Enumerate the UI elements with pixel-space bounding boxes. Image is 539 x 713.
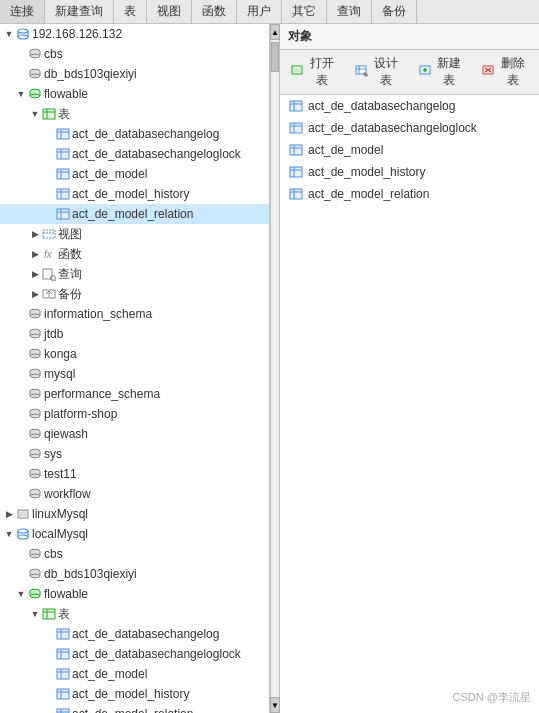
tree-item-linuxmysql[interactable]: ▶ linuxMysql [0,504,269,524]
tree-item-t3[interactable]: act_de_model [0,164,269,184]
list-item-1[interactable]: act_de_databasechangeloglock [280,117,539,139]
table-icon-t9 [56,687,70,701]
delete-table-button[interactable]: 删除表 [475,52,535,92]
tab-connect[interactable]: 连接 [0,0,45,23]
expand-icon-tables1[interactable]: ▼ [28,107,42,121]
list-item-3[interactable]: act_de_model_history [280,161,539,183]
expand-icon-info-schema [14,307,28,321]
scroll-up-button[interactable]: ▲ [270,24,280,40]
new-table-button[interactable]: 新建表 [412,52,472,92]
tree-item-t9[interactable]: act_de_model_history [0,684,269,704]
scroll-down-button[interactable]: ▼ [270,697,280,713]
scroll-thumb[interactable] [271,42,279,72]
tree-item-t7[interactable]: act_de_databasechangeloglock [0,644,269,664]
expand-icon-flowable1[interactable]: ▼ [14,87,28,101]
tree-item-tables1[interactable]: ▼ 表 [0,104,269,124]
table-icon-t4 [56,187,70,201]
jtdb-label: jtdb [44,327,63,341]
tree-item-t10[interactable]: act_de_model_relation [0,704,269,713]
tab-backup[interactable]: 备份 [372,0,417,23]
expand-icon-flowable2[interactable]: ▼ [14,587,28,601]
expand-icon-t10 [42,707,56,713]
tree-item-server1[interactable]: ▼ 192.168.126.132 [0,24,269,44]
tab-other[interactable]: 其它 [282,0,327,23]
svg-point-3 [18,35,28,39]
expand-icon-platform-shop [14,407,28,421]
expand-icon-queries1[interactable]: ▶ [28,267,42,281]
tab-query[interactable]: 查询 [327,0,372,23]
tree-item-backup1[interactable]: ▶ 备份 [0,284,269,304]
db-icon-workflow [28,487,42,501]
tree-item-funcs1[interactable]: ▶ fx 函数 [0,244,269,264]
list-item-2[interactable]: act_de_model [280,139,539,161]
t4-label: act_de_model_history [72,187,189,201]
tree-item-db2[interactable]: db_bds103qiexiyi [0,564,269,584]
tab-user[interactable]: 用户 [237,0,282,23]
tree-item-perf-schema[interactable]: performance_schema [0,384,269,404]
svg-point-72 [30,414,40,418]
workflow-label: workflow [44,487,91,501]
expand-icon-t3 [42,167,56,181]
tree-item-t4[interactable]: act_de_model_history [0,184,269,204]
list-item-label-3: act_de_model_history [308,165,425,179]
tree-item-views1[interactable]: ▶ 视图 [0,224,269,244]
db-icon-platform-shop [28,407,42,421]
svg-rect-122 [57,649,69,659]
list-item-label-2: act_de_model [308,143,383,157]
list-item-4[interactable]: act_de_model_relation [280,183,539,205]
expand-icon-tables2[interactable]: ▼ [28,607,42,621]
tree-item-queries1[interactable]: ▶ 查询 [0,264,269,284]
views1-label: 视图 [58,226,82,243]
tree-item-info-schema[interactable]: information_schema [0,304,269,324]
tree-item-t2[interactable]: act_de_databasechangeloglock [0,144,269,164]
right-toolbar: 打开表 设计表 [280,50,539,95]
tree-item-cbs1[interactable]: cbs [0,44,269,64]
server-icon [16,27,30,41]
tab-new-query[interactable]: 新建查询 [45,0,114,23]
svg-point-67 [30,394,40,398]
tab-view[interactable]: 视图 [147,0,192,23]
tree-item-mysql[interactable]: mysql [0,364,269,384]
tab-table[interactable]: 表 [114,0,147,23]
expand-icon-funcs1[interactable]: ▶ [28,247,42,261]
tree-item-konga[interactable]: konga [0,344,269,364]
design-table-button[interactable]: 设计表 [348,52,408,92]
tree-item-flowable2[interactable]: ▼ flowable [0,584,269,604]
expand-icon-db2 [14,567,28,581]
svg-rect-116 [43,609,55,619]
svg-point-62 [30,374,40,378]
expand-icon-localmysql[interactable]: ▼ [2,527,16,541]
tree-item-jtdb[interactable]: jtdb [0,324,269,344]
tree-item-t6[interactable]: act_de_databasechangelog [0,624,269,644]
tree-item-t1[interactable]: act_de_databasechangelog [0,124,269,144]
tree-item-workflow[interactable]: workflow [0,484,269,504]
t2-label: act_de_databasechangeloglock [72,147,241,161]
list-item-icon-2 [288,142,304,158]
expand-icon-server1[interactable]: ▼ [2,27,16,41]
func-icon1: fx [42,247,56,261]
list-item-icon-3 [288,164,304,180]
tree-item-sys[interactable]: sys [0,444,269,464]
table-icon-t2 [56,147,70,161]
list-item-icon-4 [288,186,304,202]
tree-item-flowable1[interactable]: ▼ flowable [0,84,269,104]
expand-icon-backup1[interactable]: ▶ [28,287,42,301]
tree-item-tables2[interactable]: ▼ 表 [0,604,269,624]
tree-item-t8[interactable]: act_de_model [0,664,269,684]
expand-icon-views1[interactable]: ▶ [28,227,42,241]
tree-item-qiewash[interactable]: qiewash [0,424,269,444]
svg-rect-157 [290,167,302,177]
db-icon-cbs1 [28,47,42,61]
tree-item-platform-shop[interactable]: platform-shop [0,404,269,424]
flowable2-label: flowable [44,587,88,601]
tree-item-t5[interactable]: act_de_model_relation [0,204,269,224]
expand-icon-linuxmysql[interactable]: ▶ [2,507,16,521]
open-table-button[interactable]: 打开表 [284,52,344,92]
tree-item-db1[interactable]: db_bds103qiexiyi [0,64,269,84]
list-item-0[interactable]: act_de_databasechangelog [280,95,539,117]
tab-func[interactable]: 函数 [192,0,237,23]
db-icon-konga [28,347,42,361]
tree-item-cbs2[interactable]: cbs [0,544,269,564]
tree-item-localmysql[interactable]: ▼ localMysql [0,524,269,544]
tree-item-test11[interactable]: test11 [0,464,269,484]
